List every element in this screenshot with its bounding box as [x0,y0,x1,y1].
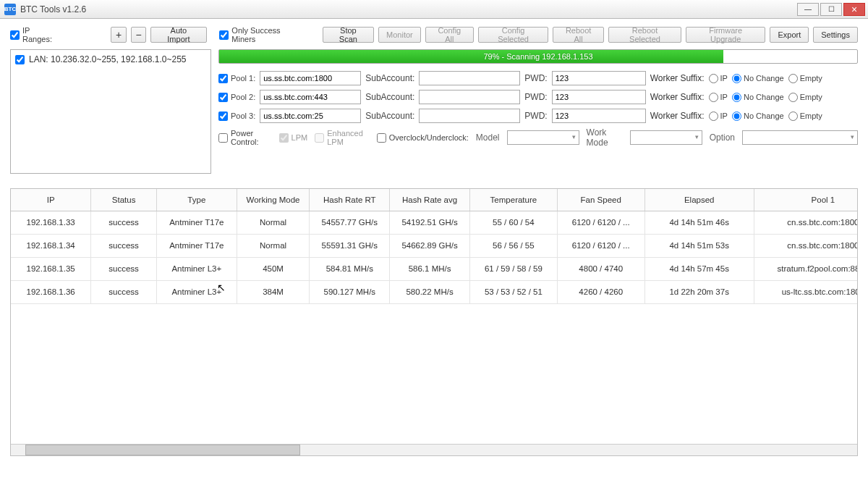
reboot-all-button[interactable]: Reboot All [553,27,604,43]
cell-temp: 61 / 59 / 58 / 59 [469,257,557,280]
col-type[interactable]: Type [156,189,237,211]
ip-range-item[interactable]: LAN: 10.236.32.0~255, 192.168.1.0~255 [15,54,206,64]
pool2-suffix-empty[interactable]: Empty [788,93,822,102]
table-row[interactable]: 192.168.1.33successAntminer T17eNormal54… [11,211,858,234]
pool2-pwd-input[interactable] [552,90,646,104]
table-row[interactable]: 192.168.1.36successAntminer L3+384M590.1… [11,280,858,303]
option-label: Option [710,132,735,143]
cell-rt: 55591.31 GH/s [310,234,390,257]
lpm-checkbox[interactable]: LPM [279,133,308,143]
pool3-sub-input[interactable] [419,109,520,123]
cell-ip: 192.168.1.33 [11,211,91,234]
add-range-button[interactable]: + [111,27,126,43]
remove-range-button[interactable]: − [131,27,146,43]
pool1-sub-input[interactable] [419,71,520,85]
cell-pool1: us-ltc.ss.btc.com:1800 [754,280,858,303]
cell-temp: 56 / 56 / 55 [469,234,557,257]
pool3-pwd-label: PWD: [524,111,547,121]
pool3-suffix-nochange[interactable]: No Change [732,112,784,121]
cell-mode: 450M [237,257,310,280]
cell-avg: 54662.89 GH/s [390,234,470,257]
pool1-url-input[interactable] [260,71,361,85]
cell-temp: 55 / 60 / 54 [469,211,557,234]
cell-status: success [91,234,157,257]
table-row[interactable]: 192.168.1.34successAntminer T17eNormal55… [11,234,858,257]
pool1-suffix-nochange[interactable]: No Change [732,74,784,83]
ip-ranges-checkbox[interactable]: IP Ranges: [10,26,60,43]
cell-type: Antminer T17e [156,211,237,234]
cell-rt: 584.81 MH/s [310,257,390,280]
cursor-icon: ↖ [217,282,226,293]
enhanced-lpm-checkbox[interactable]: Enhanced LPM [315,129,370,146]
cell-fan: 6120 / 6120 / ... [557,234,644,257]
pool2-sub-input[interactable] [419,90,520,104]
pool3-suffix-empty[interactable]: Empty [788,112,822,121]
model-label: Model [476,132,500,143]
col-ip[interactable]: IP [11,189,91,211]
horizontal-scrollbar[interactable] [11,444,857,455]
pool1-suffix-empty[interactable]: Empty [788,74,822,83]
cell-rt: 54557.77 GH/s [310,211,390,234]
pool2-suffix-ip[interactable]: IP [709,93,728,102]
maximize-button[interactable]: ☐ [820,3,842,16]
config-all-button[interactable]: Config All [425,27,474,43]
monitor-button[interactable]: Monitor [378,27,421,43]
pool2-pwd-label: PWD: [524,92,547,102]
power-row: Power Control: LPM Enhanced LPM Overcloc… [218,127,858,148]
overclock-checkbox[interactable]: Overclock/Underclock: [377,133,469,143]
minimize-button[interactable]: — [797,3,819,16]
pool1-pwd-input[interactable] [552,71,646,85]
col-status[interactable]: Status [91,189,157,211]
col-mode[interactable]: Working Mode [237,189,310,211]
reboot-selected-button[interactable]: Reboot Selected [608,27,681,43]
ip-range-item-checkbox[interactable] [15,55,25,64]
close-button[interactable]: × [843,3,865,16]
pool2-checkbox[interactable]: Pool 2: [218,93,255,102]
only-success-checkbox[interactable]: Only Success Miners [219,26,304,43]
power-control-checkbox[interactable]: Power Control: [218,129,272,146]
miners-table: IP Status Type Working Mode Hash Rate RT… [10,188,858,456]
stop-scan-button[interactable]: Stop Scan [323,27,374,43]
cell-temp: 53 / 53 / 52 / 51 [469,280,557,303]
ip-ranges-panel: LAN: 10.236.32.0~255, 192.168.1.0~255 [10,49,211,174]
export-button[interactable]: Export [770,27,809,43]
cell-ip: 192.168.1.36 [11,280,91,303]
pool2-sub-label: SubAccount: [365,92,414,102]
workmode-select[interactable] [630,130,702,145]
pool3-pwd-input[interactable] [552,109,646,123]
col-hashavg[interactable]: Hash Rate avg [390,189,470,211]
toolbar: IP Ranges: + − Auto Import Only Success … [10,26,858,43]
pool1-suffix-ip[interactable]: IP [709,74,728,83]
config-selected-button[interactable]: Config Selected [478,27,548,43]
settings-button[interactable]: Settings [813,27,858,43]
pool3-url-input[interactable] [260,109,361,123]
pool3-checkbox[interactable]: Pool 3: [218,112,255,121]
col-pool1[interactable]: Pool 1 [754,189,858,211]
cell-ip: 192.168.1.34 [11,234,91,257]
col-fan[interactable]: Fan Speed [557,189,644,211]
pool2-url-input[interactable] [260,90,361,104]
workmode-label: Work Mode [587,127,623,148]
pool2-suffix-nochange[interactable]: No Change [732,93,784,102]
option-select[interactable] [742,130,858,145]
model-select[interactable] [507,130,579,145]
cell-pool1: cn.ss.btc.com:1800 [754,211,858,234]
pool3-suffix-ip[interactable]: IP [709,112,728,121]
cell-avg: 586.1 MH/s [390,257,470,280]
cell-status: success [91,257,157,280]
auto-import-button[interactable]: Auto Import [150,27,206,43]
cell-type: Antminer T17e [156,234,237,257]
cell-mode: 384M [237,280,310,303]
cell-avg: 580.22 MH/s [390,280,470,303]
col-temp[interactable]: Temperature [469,189,557,211]
firmware-upgrade-button[interactable]: Firmware Upgrade [686,27,765,43]
col-hashrt[interactable]: Hash Rate RT [310,189,390,211]
col-elapsed[interactable]: Elapsed [644,189,754,211]
pool1-checkbox[interactable]: Pool 1: [218,74,255,83]
titlebar: BTC BTC Tools v1.2.6 — ☐ × [0,0,868,19]
table-row[interactable]: 192.168.1.35successAntminer L3+450M584.8… [11,257,858,280]
pool1-pwd-label: PWD: [524,73,547,83]
cell-status: success [91,280,157,303]
scrollbar-thumb[interactable] [25,445,300,455]
cell-pool1: cn.ss.btc.com:1800 [754,234,858,257]
